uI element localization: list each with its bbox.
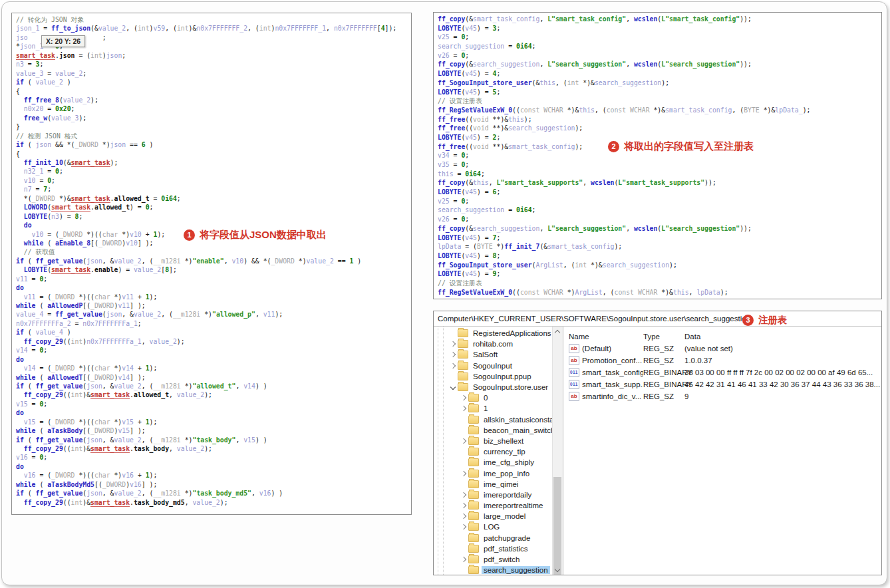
- scroll-down-icon[interactable]: [555, 567, 560, 573]
- registry-tree-item[interactable]: currency_tip: [434, 446, 563, 457]
- chevron-right-icon[interactable]: [450, 341, 458, 347]
- chevron-right-icon[interactable]: [460, 438, 468, 444]
- registry-tree-item[interactable]: ime_pop_info: [434, 468, 563, 478]
- code-line: v15 = (_DWORD *)((char *)v15 + 1);: [16, 418, 411, 426]
- tree-item-label[interactable]: ime_qimei: [482, 480, 520, 488]
- column-name[interactable]: Name: [569, 333, 643, 341]
- registry-value-row[interactable]: abPromotion_conf...REG_SZ1.0.0.37: [569, 355, 881, 367]
- tree-item-label[interactable]: large_model: [482, 512, 527, 520]
- tree-item-label[interactable]: rohitab.com: [471, 340, 515, 348]
- registry-tree-item[interactable]: ime_qimei: [434, 479, 563, 490]
- tree-item-label[interactable]: biz_shellext: [482, 437, 525, 445]
- code-line: ff_free_8(value_2);: [16, 96, 411, 104]
- registry-address-bar[interactable]: Computer\HKEY_CURRENT_USER\SOFTWARE\Sogo…: [434, 311, 881, 327]
- registry-tree-item[interactable]: biz_shellext: [434, 436, 563, 446]
- chevron-right-icon[interactable]: [450, 363, 458, 369]
- tree-item-label[interactable]: patchupgrade: [482, 534, 532, 542]
- folder-icon: [468, 545, 479, 553]
- registry-tree-item[interactable]: allskin_statusiconstatis: [434, 414, 563, 425]
- tree-item-label[interactable]: SogouInput: [471, 362, 514, 370]
- value-name: smart_task_config: [582, 368, 643, 376]
- chevron-right-icon[interactable]: [460, 394, 468, 401]
- code-line: while ( aTaskBodyMd5[(_DWORD)v16] );: [16, 480, 411, 489]
- tree-item-label[interactable]: imereportrealtime: [482, 502, 545, 510]
- tree-item-label[interactable]: search_suggestion: [482, 566, 550, 574]
- annotation-1: 1 将字段值从JSON数据中取出: [184, 229, 327, 241]
- expander-placeholder: [460, 427, 468, 434]
- code-line: v25 = 0;: [438, 33, 881, 42]
- chevron-right-icon[interactable]: [450, 351, 458, 358]
- registry-tree-item[interactable]: beacon_main_switch: [434, 425, 563, 436]
- registry-tree-item[interactable]: ime_cfg_shiply: [434, 457, 563, 468]
- registry-value-row[interactable]: 011smart_task_supp...REG_BINARY45 42 42 …: [569, 378, 881, 390]
- column-data[interactable]: Data: [684, 333, 881, 341]
- scrollbar-thumb[interactable]: [553, 477, 561, 575]
- registry-tree-item[interactable]: search_suggestion: [434, 565, 563, 575]
- registry-tree-item[interactable]: LOG: [434, 521, 563, 532]
- registry-value-row[interactable]: 011smart_task_configREG_BINARY38 03 00 0…: [569, 367, 881, 378]
- registry-tree-item[interactable]: SogouInput: [434, 361, 563, 371]
- registry-tree-item[interactable]: imereportdaily: [434, 490, 563, 500]
- tree-item-label[interactable]: pdf_statistics: [482, 545, 529, 553]
- registry-window: Computer\HKEY_CURRENT_USER\SOFTWARE\Sogo…: [433, 311, 882, 575]
- tree-item-label[interactable]: SogouInput.store.user: [471, 383, 550, 391]
- tree-item-label[interactable]: SalSoft: [471, 351, 500, 359]
- code-line: if ( value_2 ): [16, 78, 411, 86]
- registry-tree-item[interactable]: SalSoft: [434, 349, 563, 360]
- chevron-right-icon[interactable]: [460, 523, 468, 530]
- code-line: LOBYTE(smart_task.enable) = value_2[8];: [16, 265, 411, 274]
- value-data: 45 42 42 31 41 46 41 33 42 30 36 37 44 4…: [684, 380, 881, 388]
- registry-tree-item[interactable]: 0: [434, 392, 563, 403]
- tree-item-label[interactable]: ime_pop_info: [482, 470, 531, 478]
- registry-tree-item[interactable]: SogouInput.ppup: [434, 371, 563, 382]
- chevron-down-icon[interactable]: [450, 384, 458, 390]
- code-line: v11 = 0;: [16, 275, 411, 283]
- tree-item-label[interactable]: 1: [482, 404, 490, 412]
- scroll-up-icon[interactable]: [555, 329, 560, 334]
- pseudocode-left: // 转化为 JSON 对象json_1 = ff_to_json(&value…: [12, 13, 411, 507]
- tree-item-label[interactable]: allskin_statusiconstatis: [482, 416, 563, 424]
- registry-tree-item[interactable]: patchupgrade: [434, 533, 563, 543]
- tree-item-label[interactable]: pdf_switch: [482, 555, 521, 563]
- values-header[interactable]: Name Type Data: [569, 331, 881, 343]
- tree-item-label[interactable]: imereportdaily: [482, 491, 533, 499]
- chevron-right-icon[interactable]: [460, 556, 468, 563]
- registry-tree-item[interactable]: pdf_switch: [434, 554, 563, 565]
- tree-item-label[interactable]: currency_tip: [482, 448, 527, 456]
- tree-scrollbar[interactable]: [552, 327, 563, 575]
- tree-item-label[interactable]: RegisteredApplications: [471, 329, 553, 337]
- value-type: REG_BINARY: [643, 380, 684, 388]
- registry-value-row[interactable]: ab(Default)REG_SZ(value not set): [569, 343, 881, 355]
- code-line: LOBYTE(v45) = 7;: [438, 233, 881, 243]
- code-line: LOBYTE(v45) = 4;: [438, 69, 881, 78]
- registry-tree-item[interactable]: rohitab.com: [434, 339, 563, 349]
- registry-tree-item[interactable]: 1: [434, 403, 563, 414]
- registry-tree-item[interactable]: RegisteredApplications: [434, 328, 563, 339]
- registry-tree-item[interactable]: large_model: [434, 511, 563, 521]
- chevron-right-icon[interactable]: [460, 513, 468, 519]
- chevron-right-icon[interactable]: [460, 405, 468, 412]
- annotation-3-text: 注册表: [758, 313, 788, 327]
- value-name: smartinfo_dic_v...: [582, 392, 641, 400]
- code-line: // 获取值: [16, 247, 411, 256]
- tree-item-label[interactable]: LOG: [482, 523, 502, 531]
- chevron-right-icon[interactable]: [460, 492, 468, 498]
- code-line: LOBYTE(v45) = 9;: [438, 269, 881, 279]
- code-line: v26 = 0;: [438, 215, 881, 224]
- expander-placeholder: [450, 330, 458, 337]
- chevron-right-icon[interactable]: [460, 502, 468, 509]
- tree-item-label[interactable]: 0: [482, 394, 490, 402]
- tree-item-label[interactable]: ime_cfg_shiply: [482, 458, 536, 466]
- annotation-2-text: 将取出的字段值写入至注册表: [624, 140, 754, 153]
- code-line: if ( value_4 ): [16, 328, 411, 337]
- code-line: }: [16, 122, 411, 131]
- code-line: ff_SogouInput_store_user(&this, (int *)&…: [438, 78, 881, 88]
- chevron-right-icon[interactable]: [460, 470, 468, 477]
- tree-item-label[interactable]: SogouInput.ppup: [471, 372, 533, 380]
- registry-tree-item[interactable]: imereportrealtime: [434, 500, 563, 511]
- registry-value-row[interactable]: absmartinfo_dic_v...REG_SZ9: [569, 390, 881, 402]
- column-type[interactable]: Type: [643, 333, 684, 341]
- registry-tree-item[interactable]: SogouInput.store.user: [434, 382, 563, 392]
- tree-item-label[interactable]: beacon_main_switch: [482, 426, 557, 434]
- registry-tree-item[interactable]: pdf_statistics: [434, 543, 563, 554]
